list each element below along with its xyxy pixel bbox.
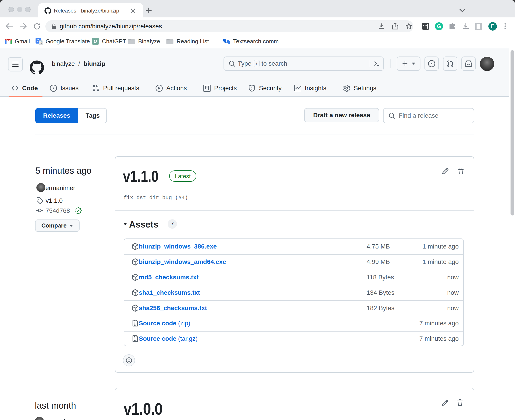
svg-text:文: 文 (40, 41, 43, 45)
